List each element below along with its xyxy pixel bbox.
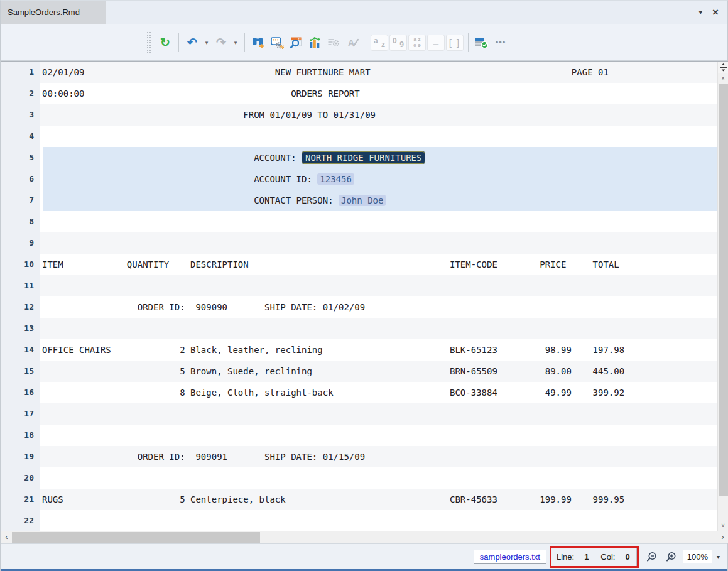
editor-line-19[interactable]: 19 ORDER ID: 909091 SHIP DATE: 01/15/09 — [1, 446, 717, 467]
redo-icon: ↷ — [216, 36, 226, 48]
panel-gears-icon — [271, 36, 284, 49]
filter-settings-button[interactable] — [268, 33, 286, 52]
line-number: 13 — [1, 318, 40, 339]
scroll-down-arrow[interactable]: ∨ — [718, 520, 728, 530]
line-number: 4 — [1, 126, 40, 147]
find-next-button[interactable] — [249, 33, 267, 52]
editor-rows[interactable]: 102/01/09 NEW FURTINURE MART PAGE 01200:… — [1, 62, 717, 531]
line-text: ACCOUNT: NORTH RIDGE FURNITURES — [40, 147, 717, 168]
statistics-button[interactable] — [306, 33, 323, 52]
more-options-button[interactable]: ••• — [492, 33, 509, 52]
zoom-in-button[interactable] — [666, 552, 676, 562]
line-text: CONTACT PERSON: John Doe — [40, 190, 717, 211]
binoculars-icon — [252, 36, 265, 48]
undo-button[interactable]: ↶ — [183, 33, 201, 52]
line-number: 7 — [1, 190, 40, 211]
line-text — [40, 425, 717, 446]
sort-az-icon: a — [374, 37, 378, 45]
close-icon[interactable]: × — [712, 7, 719, 18]
line-number: 11 — [1, 275, 40, 296]
line-number: 9 — [1, 232, 40, 254]
editor-line-20[interactable]: 20 — [1, 467, 717, 489]
toolbar-drag-handle[interactable] — [146, 31, 151, 54]
editor-line-15[interactable]: 15 5 Brown, Suede, reclining BRN-65509 8… — [1, 361, 717, 382]
redo-dropdown-button: ▾ — [231, 33, 240, 52]
editor-line-22[interactable]: 22 — [1, 510, 717, 531]
tab-title: SampleOrders.Rmd — [8, 8, 80, 17]
line-number: 19 — [1, 446, 40, 467]
undo-dropdown-button[interactable]: ▾ — [202, 33, 211, 52]
sort-numeric-button: 0 9 — [389, 35, 407, 51]
horizontal-scrollbar[interactable]: ‹ › — [1, 531, 728, 543]
editor-line-2[interactable]: 200:00:00 ORDERS REPORT — [1, 83, 717, 104]
editor-pane: 102/01/09 NEW FURTINURE MART PAGE 01200:… — [1, 61, 728, 543]
editor-line-4[interactable]: 4 — [1, 126, 717, 147]
underscore-icon: _ — [433, 35, 438, 45]
line-number: 12 — [1, 296, 40, 318]
line-number: 20 — [1, 467, 40, 489]
zoom-dropdown-icon[interactable]: ▾ — [717, 553, 720, 560]
editor-line-9[interactable]: 9 — [1, 232, 717, 254]
field-highlight-light: 123456 — [317, 173, 354, 185]
editor-line-6[interactable]: 6 ACCOUNT ID: 123456 — [1, 168, 717, 190]
refresh-button[interactable]: ↻ — [156, 33, 174, 52]
table-validate-button[interactable] — [473, 33, 491, 52]
chevron-down-icon: ▾ — [234, 40, 237, 46]
line-text — [40, 211, 717, 232]
line-text: ITEM QUANTITY DESCRIPTION ITEM-CODE PRIC… — [40, 254, 717, 275]
editor-line-21[interactable]: 21RUGS 5 Centerpiece, black CBR-45633 19… — [1, 489, 717, 510]
editor-line-11[interactable]: 11 — [1, 275, 717, 296]
toolbar: ↻ ↶ ▾ ↷ ▾ — [1, 24, 727, 61]
editor-line-14[interactable]: 14OFFICE CHAIRS 2 Black, leather, reclin… — [1, 339, 717, 361]
tab-bar: SampleOrders.Rmd ▾ × — [1, 1, 727, 24]
scroll-left-arrow[interactable]: ‹ — [1, 533, 12, 541]
redo-button: ↷ — [212, 33, 230, 52]
vertical-scroll-thumb[interactable] — [719, 84, 728, 496]
line-value: 1 — [584, 552, 589, 562]
sort-az-button: a z — [371, 35, 388, 51]
editor-line-13[interactable]: 13 — [1, 318, 717, 339]
line-number: 21 — [1, 489, 40, 510]
line-number: 6 — [1, 168, 40, 190]
line-text — [40, 275, 717, 296]
editor-line-16[interactable]: 16 8 Beige, Cloth, straight-back BCO-338… — [1, 382, 717, 403]
line-number: 17 — [1, 403, 40, 425]
editor-window: SampleOrders.Rmd ▾ × ↻ ↶ ▾ ↷ ▾ — [0, 0, 728, 571]
tab-sampleorders[interactable]: SampleOrders.Rmd — [1, 1, 106, 24]
tab-list-dropdown-icon[interactable]: ▾ — [699, 9, 703, 16]
line-text — [40, 232, 717, 254]
scroll-right-arrow[interactable]: › — [717, 533, 728, 541]
undo-icon: ↶ — [187, 36, 197, 48]
bar-chart-icon — [308, 36, 321, 49]
horizontal-scroll-thumb[interactable] — [12, 532, 260, 543]
editor-line-1[interactable]: 102/01/09 NEW FURTINURE MART PAGE 01 — [1, 62, 717, 83]
editor-line-12[interactable]: 12 ORDER ID: 909090 SHIP DATE: 01/02/09 — [1, 296, 717, 318]
line-text: 00:00:00 ORDERS REPORT — [40, 83, 717, 104]
editor-line-17[interactable]: 17 — [1, 403, 717, 425]
col-label: Col: — [600, 552, 615, 562]
editor-line-18[interactable]: 18 — [1, 425, 717, 446]
zoom-level-value[interactable]: 100% — [683, 550, 712, 563]
editor-line-8[interactable]: 8 — [1, 211, 717, 232]
line-text — [40, 467, 717, 489]
gear-lines-icon — [327, 37, 340, 48]
toolbar-separator — [178, 33, 179, 52]
editor-line-5[interactable]: 5 ACCOUNT: NORTH RIDGE FURNITURES — [1, 147, 717, 168]
vertical-scrollbar[interactable]: ∧ ∨ — [717, 62, 728, 531]
editor-line-3[interactable]: 3 FROM 01/01/09 TO 01/31/09 — [1, 104, 717, 126]
sort-alphanumeric-button: a-z 0-9 — [408, 35, 426, 51]
zoom-out-button[interactable] — [646, 552, 657, 562]
line-text — [40, 318, 717, 339]
split-view-handle[interactable] — [718, 62, 728, 73]
ellipsis-icon: ••• — [496, 38, 506, 47]
editor-line-7[interactable]: 7 CONTACT PERSON: John Doe — [1, 190, 717, 211]
magnifier-document-icon — [290, 36, 302, 49]
editor-line-10[interactable]: 10ITEM QUANTITY DESCRIPTION ITEM-CODE PR… — [1, 254, 717, 275]
line-text — [40, 510, 717, 531]
scroll-up-arrow[interactable]: ∧ — [718, 73, 728, 84]
search-document-button[interactable] — [287, 33, 305, 52]
line-text — [40, 403, 717, 425]
line-number: 10 — [1, 254, 40, 275]
font-edit-button: A — [344, 33, 361, 52]
line-text: OFFICE CHAIRS 2 Black, leather, reclinin… — [40, 339, 717, 361]
